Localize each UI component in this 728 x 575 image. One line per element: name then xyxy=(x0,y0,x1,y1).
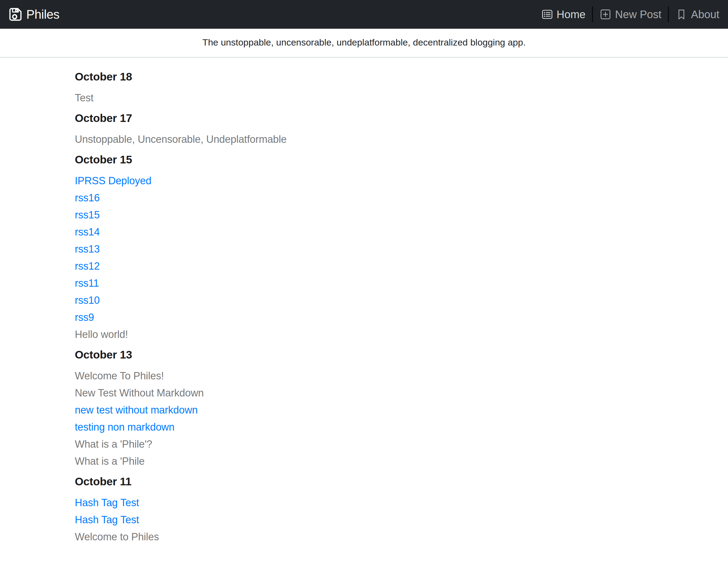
post-link[interactable]: testing non markdown xyxy=(75,422,174,432)
card-list-icon xyxy=(541,8,553,20)
day-section: October 18Test xyxy=(75,71,712,103)
post-title: Test xyxy=(75,93,94,103)
date-heading: October 18 xyxy=(75,71,712,82)
tagline: The unstoppable, uncensorable, undeplatf… xyxy=(0,29,728,58)
day-section: October 17Unstoppable, Uncensorable, Und… xyxy=(75,113,712,144)
nav-about[interactable]: About xyxy=(669,8,720,21)
app-header: Philes Home New Po xyxy=(0,0,728,29)
brand-name: Philes xyxy=(26,7,59,22)
post-link[interactable]: rss16 xyxy=(75,193,100,203)
nav-new-post-label: New Post xyxy=(615,8,661,21)
day-section: October 13Welcome To Philes!New Test Wit… xyxy=(75,349,712,466)
date-heading: October 15 xyxy=(75,154,712,165)
post-title: Hello world! xyxy=(75,329,128,340)
nav-home[interactable]: Home xyxy=(535,8,592,21)
post-title: New Test Without Markdown xyxy=(75,388,204,398)
nav-new-post[interactable]: New Post xyxy=(593,8,668,21)
post-link[interactable]: Hash Tag Test xyxy=(75,498,139,508)
post-link[interactable]: rss14 xyxy=(75,227,100,237)
day-section: October 11Hash Tag TestHash Tag TestWelc… xyxy=(75,476,712,542)
brand[interactable]: Philes xyxy=(8,7,59,22)
post-link[interactable]: rss13 xyxy=(75,244,100,254)
post-link[interactable]: rss9 xyxy=(75,312,94,323)
nav-about-label: About xyxy=(691,8,719,21)
day-section: October 15IPRSS Deployedrss16rss15rss14r… xyxy=(75,154,712,340)
feed: October 18TestOctober 17Unstoppable, Unc… xyxy=(0,71,728,542)
main-nav: Home New Post About xyxy=(535,6,720,22)
date-heading: October 11 xyxy=(75,476,712,487)
post-title: What is a 'Phile xyxy=(75,456,145,466)
post-title: Welcome to Philes xyxy=(75,532,159,542)
post-title: Welcome To Philes! xyxy=(75,371,164,381)
post-link[interactable]: new test without markdown xyxy=(75,405,198,415)
post-link[interactable]: IPRSS Deployed xyxy=(75,176,151,186)
nav-home-label: Home xyxy=(557,8,586,21)
post-link[interactable]: rss11 xyxy=(75,278,99,288)
post-title: What is a 'Phile'? xyxy=(75,439,152,449)
floppy-disk-icon xyxy=(8,7,23,22)
date-heading: October 17 xyxy=(75,113,712,124)
bookmark-icon xyxy=(675,8,687,20)
post-link[interactable]: Hash Tag Test xyxy=(75,515,139,525)
plus-square-icon xyxy=(599,8,611,20)
post-link[interactable]: rss12 xyxy=(75,261,100,271)
post-title: Unstoppable, Uncensorable, Undeplatforma… xyxy=(75,134,287,144)
date-heading: October 13 xyxy=(75,349,712,361)
post-link[interactable]: rss15 xyxy=(75,210,100,220)
post-link[interactable]: rss10 xyxy=(75,295,100,305)
